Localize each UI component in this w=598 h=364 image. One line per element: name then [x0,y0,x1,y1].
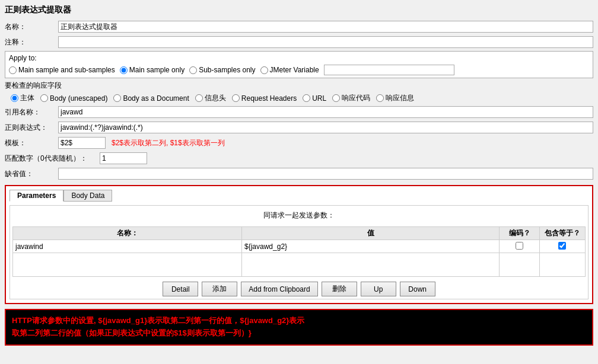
apply-to-title: Apply to: [9,54,589,62]
encode-checkbox[interactable] [516,242,523,250]
add-clipboard-button[interactable]: Add from Clipboard [241,282,317,296]
radio-main-sub-label: Main sample and sub-samples [18,66,115,74]
col-header-name: 名称： [13,227,242,240]
comment-label: 注释： [5,37,58,47]
empty-cell-2 [242,253,500,277]
default-input[interactable] [58,168,593,180]
tab-body-data[interactable]: Body Data [63,190,112,202]
radio-body: 主体 [11,93,34,103]
radio-resp-msg-input[interactable] [376,94,384,102]
empty-cell-3 [500,253,540,277]
template-annotation: $2$表示取第二列, $1$表示取第一列 [112,138,225,148]
apply-to-radio-group: Main sample and sub-samples Main sample … [9,65,589,75]
template-label: 模板： [5,138,58,148]
detail-button[interactable]: Detail [163,282,198,296]
response-field-radios: 主体 Body (unescaped) Body as a Document 信… [5,93,593,103]
radio-info-header: 信息头 [195,93,226,103]
radio-body-doc-input[interactable] [113,94,121,102]
row-encode-cell [500,240,540,253]
info-text-line2: 取第二列第二行的值（如果正则表达式中设置的$1$则表示取第一列）} [12,327,586,340]
table-row: javawind ${javawd_g2} [13,240,586,253]
radio-req-headers: Request Headers [232,94,297,103]
radio-body-doc-label: Body as a Document [123,94,189,103]
radio-url: URL [303,94,326,103]
template-input[interactable] [58,137,106,149]
radio-sub-only: Sub-samples only [189,66,255,74]
params-table: 名称： 值 编码？ 包含等于？ javawind ${javawd_g2} [12,226,586,277]
up-button[interactable]: Up [361,282,396,296]
radio-body-doc: Body as a Document [113,94,189,103]
tabs-bar: Parameters Body Data [9,190,589,202]
info-box: HTTP请求参数中的设置, ${javawd_g1}表示取第二列第一行的值，${… [5,309,593,346]
name-row: 名称： [5,20,593,33]
ref-name-input[interactable] [58,106,593,118]
radio-resp-msg: 响应信息 [376,93,414,103]
radio-jmeter-var: JMeter Variable [260,66,319,74]
col-header-encode: 编码？ [500,227,540,240]
radio-body-unescaped-label: Body (unescaped) [50,94,107,103]
radio-url-input[interactable] [303,94,310,102]
add-button[interactable]: 添加 [202,282,237,296]
row-name-cell: javawind [13,240,242,253]
response-field-section: 要检查的响应字段 主体 Body (unescaped) Body as a D… [5,81,593,103]
radio-body-label: 主体 [20,93,34,103]
match-no-row: 匹配数字（0代表随机）： [5,152,593,165]
radio-resp-msg-label: 响应信息 [386,93,414,103]
info-text-line1: HTTP请求参数中的设置, ${javawd_g1}表示取第二列第一行的值，${… [12,315,586,327]
radio-req-headers-input[interactable] [232,94,240,102]
regex-input[interactable] [58,122,593,133]
buttons-row: Detail 添加 Add from Clipboard 删除 Up Down [12,282,586,296]
col-header-include: 包含等于？ [539,227,585,240]
jmeter-var-input[interactable] [324,65,454,75]
radio-info-header-label: 信息头 [205,93,226,103]
radio-sub-only-input[interactable] [189,66,197,74]
response-field-label: 要检查的响应字段 [5,81,593,91]
comment-row: 注释： [5,36,593,49]
radio-resp-code-input[interactable] [332,94,340,102]
radio-jmeter-var-input[interactable] [260,66,268,74]
params-table-section: 同请求一起发送参数： 名称： 值 编码？ 包含等于？ javawind ${ja… [9,205,589,299]
radio-info-header-input[interactable] [195,94,203,102]
regex-row: 正则表达式： [5,121,593,134]
row-value-cell: ${javawd_g2} [242,240,500,253]
send-params-label: 同请求一起发送参数： [12,208,586,223]
radio-jmeter-var-label: JMeter Variable [270,66,319,74]
main-container: 正则表达式提取器 名称： 注释： Apply to: Main sample a… [0,0,598,350]
ref-name-label: 引用名称： [5,107,58,117]
default-row: 缺省值： [5,167,593,180]
radio-resp-code-label: 响应代码 [342,93,370,103]
radio-body-unescaped-input[interactable] [40,94,48,102]
empty-row [13,253,586,277]
row-include-cell [539,240,585,253]
radio-sub-only-label: Sub-samples only [199,66,255,74]
radio-main-only-label: Main sample only [129,66,185,74]
ref-name-row: 引用名称： [5,106,593,119]
radio-req-headers-label: Request Headers [241,94,297,103]
tab-parameters[interactable]: Parameters [9,190,63,202]
empty-cell-4 [539,253,585,277]
radio-resp-code: 响应代码 [332,93,370,103]
radio-main-only-input[interactable] [120,66,128,74]
radio-main-sub-input[interactable] [9,66,17,74]
comment-input[interactable] [58,36,593,48]
regex-label: 正则表达式： [5,123,58,133]
radio-body-unescaped: Body (unescaped) [40,94,107,103]
down-button[interactable]: Down [400,282,435,296]
params-panel: Parameters Body Data 同请求一起发送参数： 名称： 值 编码… [5,185,593,304]
default-label: 缺省值： [5,169,58,179]
radio-url-label: URL [312,94,326,103]
name-input[interactable] [58,21,593,33]
radio-main-only: Main sample only [120,66,185,74]
template-row: 模板： $2$表示取第二列, $1$表示取第一列 [5,136,593,149]
page-title: 正则表达式提取器 [5,5,593,15]
delete-button[interactable]: 删除 [322,282,357,296]
radio-body-input[interactable] [11,94,18,102]
match-no-label: 匹配数字（0代表随机）： [5,154,100,164]
col-header-value: 值 [242,227,500,240]
name-label: 名称： [5,22,58,32]
match-no-input[interactable] [100,152,147,164]
apply-to-section: Apply to: Main sample and sub-samples Ma… [5,51,593,78]
include-checkbox[interactable] [558,242,566,250]
radio-main-sub: Main sample and sub-samples [9,66,115,74]
empty-cell-1 [13,253,242,277]
